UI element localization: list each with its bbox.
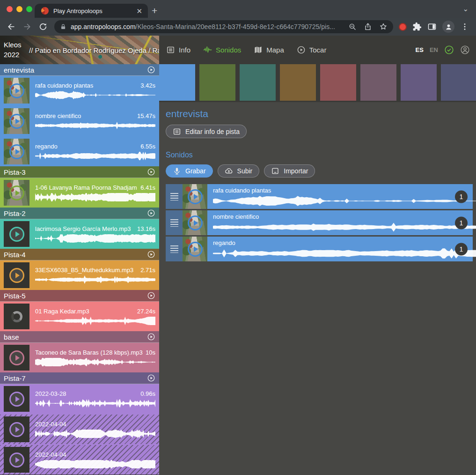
subir-button[interactable]: Subir	[218, 164, 260, 178]
track-thumbnail[interactable]	[4, 345, 29, 371]
url-host: app.antropoloops.com	[71, 23, 136, 30]
section-header[interactable]: base	[0, 331, 159, 343]
section-play-icon[interactable]	[147, 209, 155, 217]
forward-icon[interactable]	[22, 22, 32, 31]
section-play-icon[interactable]	[147, 374, 155, 382]
section-header[interactable]: Pista-7	[0, 372, 159, 384]
tab-search-chevron-icon[interactable]: ⌄	[462, 5, 469, 13]
section-play-icon[interactable]	[147, 66, 155, 74]
track-thumbnail[interactable]	[4, 108, 29, 134]
nav-item-sonidos[interactable]: Sonidos	[203, 45, 241, 54]
track-thumbnail[interactable]	[4, 416, 29, 442]
track-thumbnail[interactable]	[4, 78, 29, 104]
browser-menu-icon[interactable]	[460, 22, 469, 31]
track-card[interactable]: 01 Raga Kedar.mp3 27.24s	[0, 302, 159, 331]
edit-track-info-button[interactable]: Editar info de pista	[166, 125, 247, 138]
track-swatch[interactable]	[401, 64, 437, 101]
importar-button[interactable]: Importar	[264, 164, 315, 178]
drag-handle[interactable]	[166, 184, 183, 209]
reload-icon[interactable]	[38, 22, 48, 31]
track-swatch[interactable]	[159, 64, 195, 101]
track-waveform	[35, 316, 155, 326]
track-swatch[interactable]	[240, 64, 276, 101]
project-title[interactable]: Kleos2022	[4, 40, 22, 60]
track-card[interactable]: Taconeo de Sara Baras (128 kbps).mp3 10s	[0, 343, 159, 372]
omnibox[interactable]: app.antropoloops.com/Kleos-Santa-Marina/…	[54, 20, 393, 33]
record-indicator-icon[interactable]	[399, 23, 407, 31]
zoom-icon[interactable]	[348, 22, 357, 31]
track-thumbnail[interactable]	[4, 180, 29, 206]
play-icon	[9, 83, 24, 98]
sound-row[interactable]: regando 1	[166, 237, 473, 261]
track-swatch[interactable]	[320, 64, 356, 101]
grabar-button[interactable]: Grabar	[166, 164, 213, 178]
track-card[interactable]: 1-06 Lavanya Rama Poorna Shadjam Rupak..…	[0, 178, 159, 208]
drag-handle[interactable]	[166, 210, 183, 235]
track-thumbnail[interactable]	[4, 139, 29, 164]
track-card[interactable]: 2022-04-04	[0, 415, 159, 444]
track-thumbnail[interactable]	[4, 262, 29, 288]
track-swatch[interactable]	[441, 64, 476, 101]
nav-item-info[interactable]: Info	[166, 45, 190, 54]
browser-tab[interactable]: Play Antropoloops ✕	[35, 4, 148, 18]
track-swatch[interactable]	[360, 64, 396, 101]
track-thumbnail[interactable]	[4, 221, 29, 247]
traffic-light-minimize[interactable]	[16, 6, 22, 12]
track-card[interactable]: 2022-03-28 0.96s	[0, 384, 159, 414]
track-card[interactable]: lacrimosa Sergio García Merlo.mp3 13.16s	[0, 219, 159, 249]
track-waveform	[35, 151, 155, 161]
bookmark-star-icon[interactable]	[379, 22, 388, 31]
header-map-image[interactable]: Kleos2022 // Patio en Bordador Rodríguez…	[0, 36, 159, 64]
main-nav: Info Sonidos Mapa Tocar	[166, 36, 416, 64]
section-header[interactable]: Pista-2	[0, 208, 159, 219]
traffic-light-close[interactable]	[7, 6, 13, 12]
side-panel-icon[interactable]	[427, 22, 437, 31]
track-thumbnail[interactable]	[4, 386, 29, 412]
section-header[interactable]: Pista-4	[0, 249, 159, 260]
account-icon[interactable]	[460, 45, 470, 55]
section-header[interactable]: Pista-3	[0, 166, 159, 178]
track-swatch[interactable]	[199, 64, 235, 101]
track-card[interactable]: nombre cientifico 15.47s	[0, 106, 159, 136]
track-thumbnail[interactable]	[4, 447, 29, 473]
section-play-icon[interactable]	[147, 333, 155, 341]
lang-toggle-es[interactable]: ES	[416, 46, 424, 53]
nav-item-tocar[interactable]: Tocar	[297, 45, 327, 54]
track-thumbnail[interactable]	[4, 304, 29, 329]
section-play-icon[interactable]	[147, 250, 155, 259]
section-play-icon[interactable]	[147, 291, 155, 300]
track-card[interactable]: 33ESX6038_B5_Muthedukkum.mp3 2.71s	[0, 260, 159, 290]
sound-thumbnail[interactable]	[183, 184, 207, 209]
track-card[interactable]: rafa cuidando plantas 3.42s	[0, 76, 159, 105]
drag-handle-icon	[170, 219, 178, 227]
sound-row[interactable]: rafa cuidando plantas 1	[166, 184, 473, 209]
play-icon	[9, 350, 24, 365]
section-play-icon[interactable]	[147, 168, 155, 176]
share-icon[interactable]	[364, 22, 372, 31]
play-icon	[9, 186, 24, 200]
section-title: Pista-3	[4, 168, 26, 176]
track-title: lacrimosa Sergio García Merlo.mp3	[35, 225, 134, 232]
track-card[interactable]: 2022-04-04	[0, 445, 159, 475]
nav-item-mapa[interactable]: Mapa	[254, 45, 284, 54]
track-title: 33ESX6038_B5_Muthedukkum.mp3	[35, 267, 138, 274]
drag-handle[interactable]	[166, 237, 183, 261]
section-header[interactable]: entrevista	[0, 64, 159, 76]
sound-thumbnail[interactable]	[183, 237, 207, 261]
check-circle-icon[interactable]	[444, 45, 454, 55]
tab-close-icon[interactable]: ✕	[135, 7, 143, 15]
back-icon[interactable]	[7, 22, 16, 31]
browser-toolbar: app.antropoloops.com/Kleos-Santa-Marina/…	[0, 18, 476, 36]
traffic-light-zoom[interactable]	[26, 6, 32, 12]
lang-toggle-en[interactable]: EN	[430, 46, 438, 53]
sound-row[interactable]: nombre cientifico 1	[166, 210, 473, 235]
track-card[interactable]: regando 6.55s	[0, 137, 159, 166]
profile-avatar[interactable]	[442, 21, 454, 33]
extensions-puzzle-icon[interactable]	[412, 22, 422, 31]
section-header[interactable]: Pista-5	[0, 290, 159, 302]
sound-title: regando	[213, 239, 473, 246]
sound-thumbnail[interactable]	[183, 210, 207, 235]
panel-title: entrevista	[166, 108, 473, 119]
new-tab-button[interactable]: +	[152, 4, 157, 18]
track-swatch[interactable]	[280, 64, 316, 101]
